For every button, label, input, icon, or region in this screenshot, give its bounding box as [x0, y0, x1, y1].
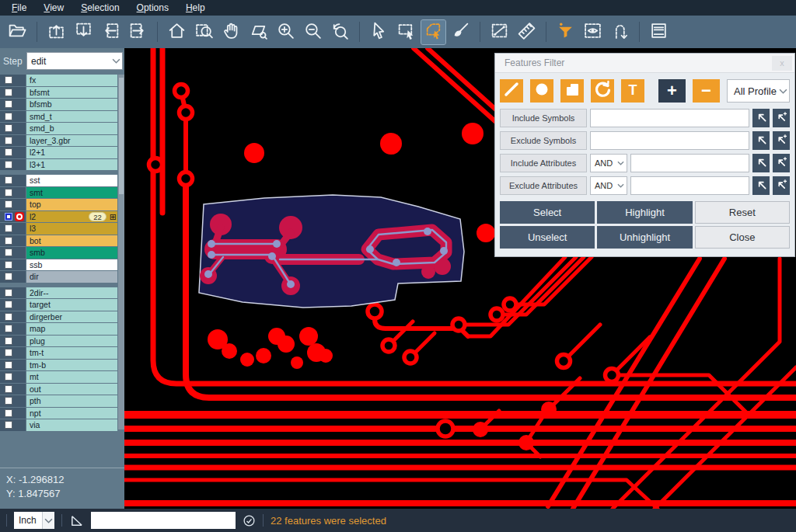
layer-visibility-checkbox[interactable] — [5, 373, 12, 381]
menu-file[interactable]: File — [3, 0, 35, 16]
layer-plug[interactable]: plug — [26, 336, 117, 347]
layer-visibility-checkbox[interactable] — [5, 289, 12, 297]
layer-l3[interactable]: l3 — [26, 223, 117, 235]
layer-list-scrollbar[interactable] — [118, 75, 124, 429]
include-attributes-pick-add-button[interactable] — [773, 154, 790, 172]
pan-up-button[interactable] — [44, 20, 68, 44]
line-filter-button[interactable] — [500, 79, 523, 103]
include-attributes-button[interactable]: Include Attributes — [500, 154, 587, 172]
include-attributes-logic-select[interactable]: AND — [590, 154, 627, 172]
exclude-symbols-button[interactable]: Exclude Symbols — [500, 131, 587, 150]
layer-sst[interactable]: sst — [26, 175, 117, 186]
layer-l2+1[interactable]: l2+1 — [26, 147, 117, 158]
layer-l3+1[interactable]: l3+1 — [26, 159, 117, 171]
scrollbar-thumb[interactable] — [119, 78, 124, 194]
include-symbols-input[interactable] — [590, 109, 749, 127]
step-select[interactable]: edit — [26, 52, 123, 70]
layer-visibility-checkbox[interactable] — [5, 224, 12, 232]
layer-visibility-checkbox[interactable] — [5, 273, 12, 280]
exclude-attributes-input[interactable] — [630, 176, 749, 195]
layer-visibility-checkbox[interactable] — [5, 237, 12, 245]
rect-select-button[interactable] — [394, 20, 418, 44]
features-filter-button[interactable] — [553, 20, 578, 44]
include-attributes-pick-button[interactable] — [752, 154, 770, 172]
layer-visibility-checkbox[interactable] — [5, 161, 12, 169]
reset-button[interactable]: Reset — [695, 201, 790, 224]
measure-distance-button[interactable] — [487, 20, 511, 44]
menu-view[interactable]: View — [35, 0, 72, 16]
snap-route-button[interactable] — [608, 20, 632, 44]
layer-dirgerber[interactable]: dirgerber — [26, 311, 117, 323]
layer-bfsmt[interactable]: bfsmt — [26, 87, 117, 99]
unselect-button[interactable]: Unselect — [500, 226, 595, 249]
include-symbols-pick-add-button[interactable] — [773, 109, 790, 127]
layer-l2[interactable]: l222⊞ — [26, 211, 117, 223]
exclude-symbols-pick-button[interactable] — [752, 131, 770, 150]
exclude-attributes-button[interactable]: Exclude Attributes — [500, 176, 587, 195]
layer-fx[interactable]: fx — [26, 75, 117, 86]
close-icon[interactable]: x — [772, 56, 792, 71]
pointer-button[interactable] — [367, 20, 391, 44]
layer-visibility-checkbox[interactable] — [5, 113, 12, 120]
layer-visibility-checkbox[interactable] — [5, 313, 12, 321]
refresh-check-icon[interactable] — [243, 514, 256, 527]
unhighlight-button[interactable]: Unhighlight — [597, 226, 692, 249]
layer-visibility-checkbox[interactable] — [5, 409, 12, 417]
layer-visibility-checkbox[interactable] — [5, 200, 12, 208]
ruler-button[interactable] — [515, 20, 539, 44]
layer-map[interactable]: map — [26, 323, 117, 335]
layer-visibility-checkbox[interactable] — [5, 137, 12, 144]
layer-visibility-checkbox[interactable] — [5, 325, 12, 332]
zoom-window-button[interactable] — [192, 20, 216, 44]
layer-smd_t[interactable]: smd_t — [26, 111, 117, 123]
layer-out[interactable]: out — [26, 384, 117, 395]
polygon-select-button[interactable] — [421, 20, 445, 44]
command-input[interactable] — [91, 512, 236, 529]
exclude-attributes-pick-button[interactable] — [752, 176, 770, 195]
layer-npt[interactable]: npt — [26, 408, 117, 419]
menu-help[interactable]: Help — [177, 0, 214, 16]
layer-via[interactable]: via — [26, 419, 117, 431]
layer-visibility-checkbox[interactable] — [5, 421, 12, 429]
set-square-icon[interactable] — [69, 513, 84, 528]
layer-smb[interactable]: smb — [26, 247, 117, 259]
exclude-attributes-pick-add-button[interactable] — [773, 176, 790, 195]
zoom-in-button[interactable] — [274, 20, 298, 44]
layer-visibility-checkbox[interactable] — [5, 176, 12, 184]
include-attributes-input[interactable] — [630, 154, 749, 172]
layer-visibility-checkbox[interactable] — [5, 189, 12, 196]
layer-visibility-checkbox[interactable] — [5, 397, 12, 405]
layer-ssb[interactable]: ssb — [26, 259, 117, 271]
layer-mt[interactable]: mt — [26, 371, 117, 383]
menu-selection[interactable]: Selection — [72, 0, 127, 16]
layer-visibility-checkbox[interactable] — [5, 301, 12, 308]
layer-bot[interactable]: bot — [26, 235, 117, 247]
layer-visibility-checkbox[interactable] — [5, 361, 12, 369]
layer-visibility-checkbox[interactable] — [5, 100, 12, 108]
select-button[interactable]: Select — [500, 201, 595, 224]
view-box-button[interactable] — [581, 20, 605, 44]
surface-filter-button[interactable] — [560, 79, 584, 103]
exclude-attributes-logic-select[interactable]: AND — [590, 176, 627, 195]
layers-form-button[interactable] — [647, 20, 671, 44]
layer-top[interactable]: top — [26, 199, 117, 210]
layer-smd_b[interactable]: smd_b — [26, 123, 117, 134]
active-layer-indicator[interactable] — [15, 212, 24, 221]
layer-visibility-checkbox[interactable] — [5, 337, 12, 345]
include-symbols-pick-button[interactable] — [752, 109, 770, 127]
layer-smt[interactable]: smt — [26, 187, 117, 199]
arc-filter-button[interactable] — [591, 79, 614, 103]
layer-visibility-checkbox[interactable] — [5, 148, 12, 156]
include-symbols-button[interactable]: Include Symbols — [500, 109, 587, 127]
zoom-polygon-button[interactable] — [246, 20, 271, 44]
layer-layer_3.gbr[interactable]: layer_3.gbr — [26, 135, 117, 147]
pad-filter-button[interactable] — [530, 79, 553, 103]
exclude-symbols-input[interactable] — [590, 131, 749, 150]
pan-left-button[interactable] — [99, 20, 123, 44]
grid-icon[interactable]: ⊞ — [110, 212, 117, 221]
text-filter-button[interactable]: T — [621, 79, 644, 103]
layer-visibility-checkbox[interactable] — [5, 349, 12, 356]
zoom-previous-button[interactable] — [328, 20, 352, 44]
layer-pth[interactable]: pth — [26, 395, 117, 407]
remove-filter-button[interactable]: − — [693, 79, 720, 103]
